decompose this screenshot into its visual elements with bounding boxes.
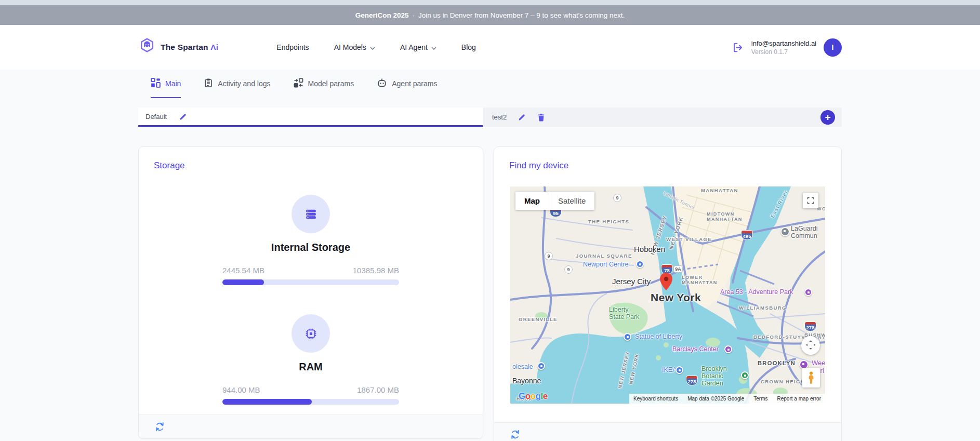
total-value: 10385.98 MB [353,266,399,275]
interstate-278-shield: 278 [804,322,816,331]
device-card-footer [494,422,841,441]
map-label-brooklyn-botanic-garden: BrooklynBotanicGarden [701,365,727,387]
banner-separator: · [413,11,415,19]
nav-ai-models[interactable]: AI Models [334,43,375,51]
map-label-ikea[interactable]: IKEA [662,366,677,373]
route-9a-shield: 9A [673,265,683,273]
logout-icon[interactable] [732,42,744,54]
banner-brand: GeneriCon 2025 [355,11,409,19]
route-9-shield: 9 [613,194,621,202]
chevron-down-icon [431,43,436,51]
trash-icon[interactable] [537,113,545,122]
profile-strip: Default test2 + [138,108,842,127]
map-label-wholesale[interactable]: olesale [512,363,533,370]
cpu-chip-icon [292,314,330,353]
main-nav: Endpoints AI Models AI Agent Blog [276,43,476,51]
add-profile-button[interactable]: + [820,110,835,125]
account-email: info@spartanshield.ai [751,39,816,47]
banner-message: Join us in Denver from November 7 – 9 to… [418,11,625,19]
chevron-down-icon [370,43,375,51]
map-label-williamsburg: WILLIAMSBURG [739,305,787,311]
find-my-device-card: Find my device [494,146,842,441]
route-9-shield: 9 [564,265,573,274]
profile-name[interactable]: test2 [492,113,507,121]
profile-tab-default[interactable]: Default [138,108,483,127]
total-value: 1867.00 MB [357,385,399,394]
map-label-barclays-center[interactable]: Barclays Center [672,345,719,353]
terms-link[interactable]: Terms [753,396,767,402]
map-label-lower-manhattan: LOWERMANHATTAN [682,275,718,285]
ikea-poi-icon[interactable] [676,366,683,374]
refresh-icon[interactable] [510,429,521,440]
brand-logo[interactable]: The Spartan Λi [138,37,218,57]
robot-icon [377,78,387,89]
route-9-shield: 9 [545,252,553,260]
fullscreen-icon[interactable] [803,193,818,208]
dashboard-grid-icon [151,78,161,89]
map-pin-icon[interactable] [660,273,672,290]
map-data-label: Map data ©2025 Google [687,396,744,402]
nav-ai-agent[interactable]: AI Agent [400,43,436,51]
pan-control-icon[interactable] [801,336,820,355]
ram-gauge: RAM 944.00 MB 1867.00 MB [222,314,399,405]
top-strip [0,0,980,5]
google-logo[interactable]: Google [519,391,548,402]
brand-name: The Spartan Λi [161,43,218,52]
announcement-banner: GeneriCon 2025 · Join us in Denver from … [0,5,980,25]
gauge-name: RAM [299,361,323,373]
gauge-name: Internal Storage [271,242,350,253]
tab-main[interactable]: Main [151,70,181,98]
anchor-poi-icon[interactable] [537,362,545,370]
nav-endpoints[interactable]: Endpoints [276,43,309,51]
spartan-helmet-icon [138,37,156,57]
nav-blog[interactable]: Blog [461,43,476,51]
barclays-center-poi-icon[interactable] [724,345,732,353]
map-label-newport-centre[interactable]: Newport Centre [583,261,629,268]
storage-card: Storage Internal Storage 2445.54 MB 1 [138,146,483,439]
used-value: 2445.54 MB [222,266,264,275]
map-type-map-button[interactable]: Map [515,192,549,210]
map-label-hoboken: Hoboken [634,245,665,253]
report-map-error-link[interactable]: Report a map error [777,396,821,402]
pencil-icon[interactable] [518,113,526,121]
device-card-title: Find my device [494,147,841,171]
google-map[interactable]: MANHATTAN Lincoln Tunnel NEW JERSEY NEW … [510,186,825,404]
area53-poi-icon[interactable] [804,288,812,296]
newport-centre-poi-icon[interactable] [636,260,644,268]
map-attribution: Keyboard shortcuts Map data ©2025 Google… [629,394,825,404]
storage-card-footer [139,415,483,438]
map-label-area53[interactable]: Area 53 - Adventure Park [720,288,793,296]
storage-card-title: Storage [139,147,483,171]
app-header: The Spartan Λi Endpoints AI Models AI Ag… [0,25,980,70]
botanic-garden-poi-icon[interactable] [741,371,749,379]
avatar[interactable]: I [824,38,842,57]
statue-of-liberty-poi-icon[interactable] [624,333,631,341]
street-view-pegman-icon[interactable] [802,368,820,387]
map-label-new-york-city: New York [651,291,701,304]
profile-tab-area: test2 + [483,108,842,127]
section-tabs: Main Activity and logs [138,70,842,98]
tab-agent-params[interactable]: Agent params [377,70,437,98]
map-label-bayonne: Bayonne [512,377,541,385]
app-version: Version 0.1.7 [751,48,816,56]
profile-name: Default [145,113,167,121]
map-label-jersey-city: Jersey City [612,277,651,286]
refresh-icon[interactable] [154,421,165,432]
map-label-manhattan: MANHATTAN [701,188,738,193]
laguardia-college-poi-icon[interactable] [780,227,790,236]
keyboard-shortcuts-link[interactable]: Keyboard shortcuts [633,396,678,402]
transfer-params-icon [294,78,303,89]
internal-storage-gauge: Internal Storage 2445.54 MB 10385.98 MB [222,195,399,285]
map-label-greenville: GREENVILLE [519,316,558,322]
map-label-liberty-state-park: LibertyState Park [609,306,639,320]
tab-activity-and-logs[interactable]: Activity and logs [204,70,270,98]
map-label-the-heights: THE HEIGHTS [588,219,629,224]
tab-model-params[interactable]: Model params [294,70,354,98]
map-label-journal-square: JOURNAL SQUARE [576,253,632,259]
map-label-statue-of-liberty[interactable]: Statue of Liberty [635,333,682,340]
map-type-satellite-button[interactable]: Satellite [549,192,594,210]
storage-progress-bar [222,279,399,285]
pencil-icon[interactable] [179,113,187,121]
map-label-west-village: WEST VILLAGE [666,236,712,242]
map-type-control: Map Satellite [515,192,594,210]
